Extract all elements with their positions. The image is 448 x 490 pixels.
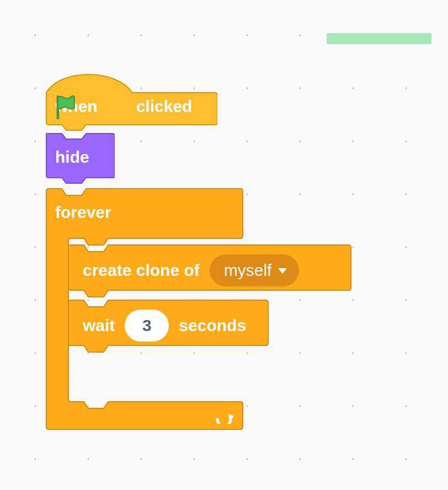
clone-label: create clone of (83, 261, 200, 280)
wait-suffix: seconds (179, 316, 246, 335)
clone-dropdown-value: myself (224, 261, 272, 280)
when-flag-clicked-block[interactable]: when clicked (44, 65, 217, 131)
hide-label: hide (55, 148, 89, 166)
forever-label-text: forever (55, 203, 111, 221)
forever-block-label: forever (55, 203, 111, 222)
clone-target-dropdown[interactable]: myself (210, 254, 300, 286)
wait-seconds-input[interactable]: 3 (125, 310, 169, 342)
green-flag-icon (105, 95, 129, 118)
wait-seconds-block[interactable]: wait 3 seconds (66, 298, 270, 353)
loop-arrow-icon (215, 408, 237, 424)
chevron-down-icon (278, 268, 287, 274)
hide-block-content: hide (55, 148, 89, 167)
create-clone-block[interactable]: create clone of myself (66, 243, 353, 298)
clone-block-content: create clone of myself (83, 243, 299, 298)
hat-suffix: clicked (136, 97, 193, 116)
hat-block-content: when clicked (55, 95, 192, 118)
hide-block[interactable]: hide (44, 131, 115, 187)
wait-prefix: wait (83, 316, 115, 335)
highlight-bar (327, 33, 431, 44)
wait-block-content: wait 3 seconds (83, 298, 246, 353)
wait-value: 3 (142, 316, 152, 335)
